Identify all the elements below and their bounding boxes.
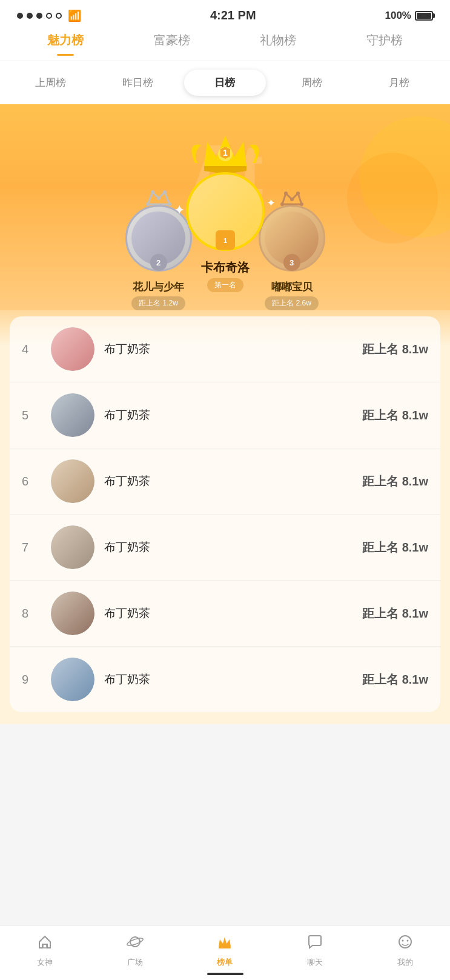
tab-lastweek[interactable]: 上周榜 — [10, 70, 92, 96]
list-avatar-8 — [51, 592, 94, 635]
rank-distance-2: 距上名 1.2w — [131, 296, 185, 310]
nav-chat[interactable]: 聊天 — [270, 933, 360, 968]
avatar-ring-1: 1 — [186, 172, 265, 251]
list-rank-4: 4 — [22, 342, 41, 356]
list-avatar-5 — [51, 393, 94, 437]
chat-icon — [306, 933, 323, 955]
battery-fill — [417, 13, 431, 19]
list-rank-5: 5 — [22, 408, 41, 422]
nav-chat-label: 聊天 — [307, 957, 323, 968]
svg-point-12 — [280, 202, 284, 206]
bottom-spacer — [0, 724, 450, 785]
tab-day[interactable]: 日榜 — [184, 70, 266, 96]
signal-area: 📶 — [17, 9, 81, 22]
signal-dot-4 — [46, 13, 52, 19]
rank-name-1: 卡布奇洛 — [201, 259, 250, 276]
wifi-icon: 📶 — [68, 9, 81, 22]
planet-icon — [127, 933, 144, 955]
svg-point-4 — [151, 190, 154, 194]
list-avatar-9 — [51, 658, 94, 701]
score-label-8: 距上名 — [362, 607, 402, 620]
score-value-6: 8.1w — [402, 475, 428, 488]
tab-month[interactable]: 月榜 — [358, 70, 440, 96]
podium-area: 2 花儿与少年 距上名 1.2w 1 — [12, 116, 438, 310]
score-label-7: 距上名 — [362, 541, 402, 554]
svg-point-15 — [284, 192, 288, 195]
score-label-4: 距上名 — [362, 342, 402, 356]
svg-point-14 — [290, 198, 294, 201]
list-name-5: 布丁奶茶 — [104, 407, 362, 423]
list-name-9: 布丁奶茶 — [104, 672, 362, 687]
crown-bronze-icon — [280, 190, 304, 207]
svg-point-5 — [163, 190, 167, 194]
list-section: 4 布丁奶茶 距上名 8.1w 5 布丁奶茶 距上名 8.1w 6 布 — [0, 310, 450, 724]
list-item[interactable]: 7 布丁奶茶 距上名 8.1w — [10, 515, 440, 581]
signal-dot-2 — [27, 13, 33, 19]
face-icon — [397, 933, 414, 955]
tab-guard[interactable]: 守护榜 — [331, 27, 438, 53]
tab-week[interactable]: 周榜 — [271, 70, 353, 96]
crown-gold-wrapper: 1 — [186, 130, 265, 178]
nav-goddess[interactable]: 女神 — [0, 933, 90, 968]
list-item[interactable]: 8 布丁奶茶 距上名 8.1w — [10, 581, 440, 647]
signal-dot-1 — [17, 13, 23, 19]
nav-ranking[interactable]: 榜单 — [180, 933, 270, 968]
rank-badge-2: 2 — [150, 254, 167, 271]
svg-text:1: 1 — [223, 148, 228, 158]
rank-badge-3: 3 — [283, 254, 300, 271]
list-rank-7: 7 — [22, 541, 41, 555]
list-item[interactable]: 9 布丁奶茶 距上名 8.1w — [10, 647, 440, 712]
tab-gift[interactable]: 礼物榜 — [225, 27, 332, 53]
svg-point-16 — [296, 192, 300, 195]
battery-icon — [415, 11, 433, 21]
home-indicator — [207, 973, 243, 975]
rank-name-3: 嘟嘟宝贝 — [271, 280, 313, 294]
score-label-6: 距上名 — [362, 475, 402, 488]
status-bar: 📶 4:21 PM 100% — [0, 0, 450, 27]
rank-badge-1: 1 — [216, 230, 235, 250]
list-rank-6: 6 — [22, 475, 41, 488]
nav-mine[interactable]: 我的 — [360, 933, 450, 968]
list-name-7: 布丁奶茶 — [104, 539, 362, 555]
svg-point-2 — [168, 202, 171, 206]
list-rank-9: 9 — [22, 673, 41, 687]
list-item[interactable]: 4 布丁奶茶 距上名 8.1w — [10, 316, 440, 382]
list-score-8: 距上名 8.1w — [362, 605, 428, 622]
tab-yesterday[interactable]: 昨日榜 — [97, 70, 179, 96]
crown-icon — [216, 933, 233, 955]
score-value-9: 8.1w — [402, 673, 428, 686]
list-score-5: 距上名 8.1w — [362, 407, 428, 424]
tab-rich[interactable]: 富豪榜 — [119, 27, 225, 53]
rank-item-2[interactable]: 2 花儿与少年 距上名 1.2w — [125, 187, 192, 310]
rank-distance-3: 距上名 2.6w — [265, 296, 319, 310]
list-avatar-6 — [51, 459, 94, 503]
rank-name-2: 花儿与少年 — [133, 280, 184, 294]
svg-point-21 — [399, 936, 411, 948]
avatar-ring-2: 2 — [125, 205, 192, 272]
list-item[interactable]: 5 布丁奶茶 距上名 8.1w — [10, 382, 440, 448]
svg-point-22 — [402, 940, 403, 942]
signal-dot-5 — [56, 13, 62, 19]
score-label-5: 距上名 — [362, 408, 402, 422]
tab-charm[interactable]: 魅力榜 — [12, 27, 119, 53]
nav-goddess-label: 女神 — [37, 957, 53, 968]
list-name-8: 布丁奶茶 — [104, 605, 362, 621]
nav-mine-label: 我的 — [397, 957, 413, 968]
list-item[interactable]: 6 布丁奶茶 距上名 8.1w — [10, 448, 440, 515]
status-time: 4:21 PM — [210, 8, 256, 22]
list-score-4: 距上名 8.1w — [362, 341, 428, 358]
ranking-list: 4 布丁奶茶 距上名 8.1w 5 布丁奶茶 距上名 8.1w 6 布 — [10, 316, 440, 712]
rank-item-1[interactable]: 1 1 卡布奇洛 第一名 ✦ ✦ — [186, 130, 265, 292]
score-value-7: 8.1w — [402, 541, 428, 554]
rank-item-3[interactable]: 3 嘟嘟宝贝 距上名 2.6w — [259, 187, 325, 310]
crown-silver-icon — [145, 187, 172, 207]
bottom-nav: 女神 广场 榜单 聊天 — [0, 925, 450, 980]
sub-tabs: 上周榜 昨日榜 日榜 周榜 月榜 — [0, 61, 450, 104]
list-score-9: 距上名 8.1w — [362, 672, 428, 688]
score-value-5: 8.1w — [402, 408, 428, 422]
hero-section: 2 花儿与少年 距上名 1.2w 1 — [0, 104, 450, 310]
main-tabs: 魅力榜 富豪榜 礼物榜 守护榜 — [0, 27, 450, 61]
nav-plaza[interactable]: 广场 — [90, 933, 180, 968]
house-icon — [36, 933, 53, 955]
signal-dot-3 — [36, 13, 42, 19]
